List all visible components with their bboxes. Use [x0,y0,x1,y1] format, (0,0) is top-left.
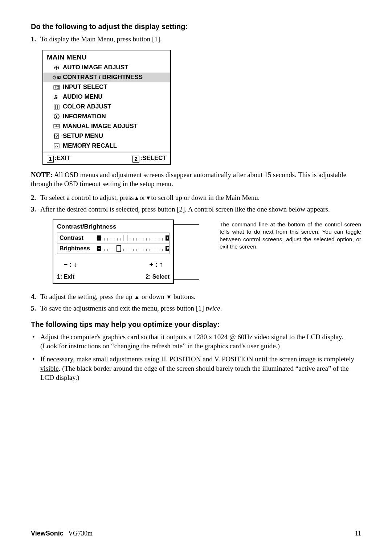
footer-brand: ViewSonic [31,530,64,537]
svg-text:?: ? [56,134,58,138]
step-2: 2. To select a control to adjust, press▲… [31,193,361,202]
setup-menu-icon: ? [50,133,63,139]
svg-point-4 [54,98,56,99]
up-arrow-icon: ↑ [160,260,163,268]
down-arrow-icon: ▼ [166,294,172,300]
osd-main-menu-title: MAIN MENU [43,50,170,63]
step-3-num: 3. [31,205,40,214]
section-heading-adjust: Do the following to adjust the display s… [31,22,361,32]
page-footer: ViewSonic VG730m 11 [31,529,361,538]
foot-exit[interactable]: 1:EXIT [47,154,70,163]
cb-callout-note: The command line at the bottom of the co… [199,219,361,284]
step-3-text: After the desired control is selected, p… [40,205,361,214]
contrast-slider[interactable]: - + [97,234,169,242]
step-4-text: To adjust the setting, press the up ▲ or… [40,292,361,301]
brightness-slider[interactable]: - ▼ [97,245,169,252]
input-select-icon [50,84,63,91]
menu-label: MANUAL IMAGE ADJUST [63,122,138,131]
cb-plus[interactable]: + : ↑ [150,260,163,269]
foot-exit-label: :EXIT [54,155,70,161]
section-heading-tips: The following tips may help you optimize… [31,320,361,329]
step-3: 3. After the desired control is selected… [31,205,361,214]
note-label: NOTE: [31,171,53,178]
step-2-text: To select a control to adjust, press▲or▼… [40,193,361,202]
up-arrow-icon: ▲ [134,195,140,201]
menu-label: CONTRAST / BRIGHTNESS [63,73,143,82]
menu-label: SETUP MENU [63,132,103,140]
osd-contrast-brightness: Contrast/Brightness Contrast - + Brightn… [53,219,174,284]
svg-point-5 [56,97,57,99]
svg-rect-3 [57,86,59,89]
information-icon [50,113,63,120]
menu-item-audio-menu[interactable]: AUDIO MENU [43,92,170,102]
audio-menu-icon [50,94,63,100]
svg-rect-8 [58,105,59,109]
cb-adjust-row: − : ↓ + : ↑ [53,256,173,271]
step-1-text: To display the Main Menu, press button [… [40,34,361,44]
down-arrow-icon: ▼ [145,195,151,201]
svg-rect-7 [56,105,57,109]
cb-footer: 1: Exit 2: Select [53,271,173,284]
cb-minus[interactable]: − : ↓ [64,260,77,269]
cb-title: Contrast/Brightness [53,220,173,231]
bullet-dot: • [31,332,40,351]
menu-item-input-select[interactable]: INPUT SELECT [43,82,170,92]
step-4: 4. To adjust the setting, press the up ▲… [31,292,361,301]
cb-label-brightness: Brightness [57,245,97,253]
up-arrow-icon: ▲ [134,294,140,300]
footer-page-number: 11 [355,529,361,538]
foot-select[interactable]: 2:SELECT [132,154,167,163]
cb-label-contrast: Contrast [57,234,97,242]
color-adjust-icon [50,104,63,110]
menu-item-memory-recall[interactable]: MEMORY RECALL [43,141,170,152]
menu-item-manual-image-adjust[interactable]: MANUAL IMAGE ADJUST [43,122,170,131]
cb-foot-select[interactable]: 2: Select [146,273,170,281]
step-4-num: 4. [31,292,40,301]
tip-2: • If necessary, make small adjustments u… [31,354,361,382]
svg-rect-11 [56,116,57,118]
step-5-text: To save the adjustments and exit the men… [40,304,361,313]
cb-row-brightness[interactable]: Brightness - ▼ [57,243,169,254]
note-paragraph: NOTE: All OSD menus and adjustment scree… [31,170,361,189]
contrast-brightness-icon [50,75,63,81]
step-5: 5. To save the adjustments and exit the … [31,304,361,313]
footer-model: VG730m [68,530,93,537]
step-5-twice: twice [206,304,220,312]
key-1-box: 1 [47,156,54,163]
step-1: 1. To display the Main Menu, press butto… [31,34,361,44]
note-text: All OSD menus and adjustment screens dis… [31,171,346,188]
tip-2-text: If necessary, make small adjustments usi… [40,354,361,382]
auto-image-adjust-icon [50,65,63,71]
step-2-num: 2. [31,193,40,202]
svg-point-0 [53,76,56,79]
osd-main-menu: MAIN MENU AUTO IMAGE ADJUST CONTRAST / B… [42,50,171,165]
menu-item-information[interactable]: INFORMATION [43,112,170,122]
step-1-num: 1. [31,34,40,44]
menu-item-setup-menu[interactable]: ? SETUP MENU [43,131,170,141]
menu-label: INPUT SELECT [63,83,107,91]
manual-image-adjust-icon [50,123,63,130]
osd-main-menu-footer: 1:EXIT 2:SELECT [43,152,170,164]
tip-1-text: Adjust the computer's graphics card so t… [40,332,361,351]
menu-item-color-adjust[interactable]: COLOR ADJUST [43,102,170,112]
memory-recall-icon [50,143,63,149]
menu-item-contrast-brightness[interactable]: CONTRAST / BRIGHTNESS [43,73,170,82]
tip-1: • Adjust the computer's graphics card so… [31,332,361,351]
svg-point-10 [56,115,57,116]
menu-label: COLOR ADJUST [63,103,111,111]
bullet-dot: • [31,354,40,382]
contrast-brightness-figure: Contrast/Brightness Contrast - + Brightn… [31,219,361,284]
cb-row-contrast[interactable]: Contrast - + [57,233,169,243]
menu-item-auto-image-adjust[interactable]: AUTO IMAGE ADJUST [43,63,170,73]
cb-foot-exit[interactable]: 1: Exit [57,273,74,281]
menu-label: MEMORY RECALL [63,142,117,150]
menu-label: AUDIO MENU [63,93,103,101]
key-2-box: 2 [132,156,139,163]
step-5-num: 5. [31,304,40,313]
menu-label: AUTO IMAGE ADJUST [63,63,128,72]
foot-select-label: :SELECT [140,155,167,161]
down-arrow-icon: ↓ [74,260,77,268]
menu-label: INFORMATION [63,112,106,121]
callout-lines [174,219,199,284]
svg-rect-6 [54,105,56,109]
